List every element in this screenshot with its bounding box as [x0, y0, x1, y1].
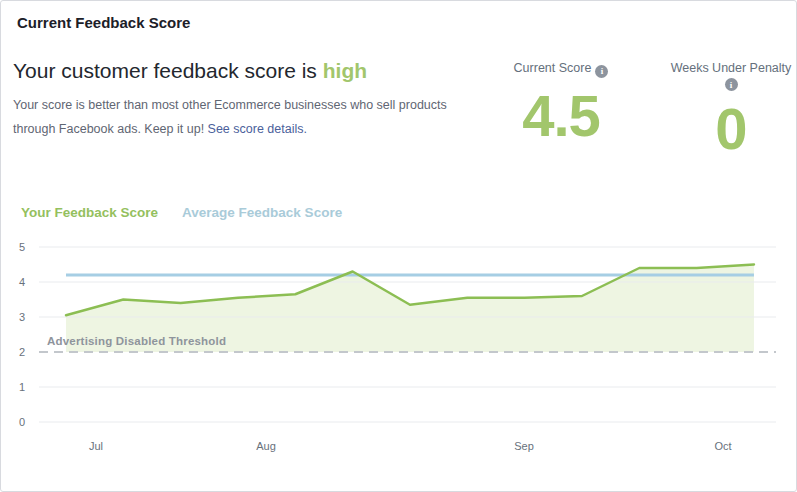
chart-legend: Your Feedback Score Average Feedback Sco… — [21, 205, 342, 220]
card-title: Current Feedback Score — [17, 14, 190, 31]
svg-text:0: 0 — [19, 416, 25, 428]
stat-weeks-under-penalty-label-row: Weeks Under Penalty i — [651, 61, 797, 91]
stat-current-score-label: Current Score — [514, 61, 592, 75]
svg-text:Sep: Sep — [514, 440, 534, 452]
svg-text:Aug: Aug — [256, 440, 276, 452]
legend-average-feedback-score: Average Feedback Score — [182, 205, 342, 220]
svg-text:4: 4 — [19, 276, 25, 288]
legend-your-feedback-score: Your Feedback Score — [21, 205, 158, 220]
stat-weeks-under-penalty-label: Weeks Under Penalty — [671, 61, 792, 75]
headline: Your customer feedback score is high — [13, 59, 367, 83]
stat-current-score-value: 4.5 — [471, 87, 651, 145]
svg-text:Advertising Disabled Threshold: Advertising Disabled Threshold — [47, 335, 226, 347]
svg-text:Oct: Oct — [714, 440, 731, 452]
svg-text:1: 1 — [19, 381, 25, 393]
stats: Current Scorei 4.5 Weeks Under Penalty i… — [471, 61, 797, 158]
stat-weeks-under-penalty: Weeks Under Penalty i 0 — [651, 61, 797, 158]
headline-text: Your customer feedback score is — [13, 59, 323, 82]
see-score-details-link[interactable]: See score details. — [208, 122, 307, 136]
info-icon[interactable]: i — [595, 65, 608, 78]
feedback-chart-svg: 012345Advertising Disabled ThresholdJulA… — [1, 233, 797, 471]
description: Your score is better than most other Eco… — [13, 93, 463, 141]
stat-current-score: Current Scorei 4.5 — [471, 61, 651, 158]
info-icon[interactable]: i — [725, 78, 738, 91]
stat-weeks-under-penalty-value: 0 — [651, 100, 797, 158]
svg-text:2: 2 — [19, 346, 25, 358]
svg-text:Jul: Jul — [89, 440, 103, 452]
feedback-chart: 012345Advertising Disabled ThresholdJulA… — [1, 233, 797, 471]
headline-status: high — [323, 59, 367, 82]
svg-text:3: 3 — [19, 311, 25, 323]
svg-text:5: 5 — [19, 241, 25, 253]
stat-current-score-label-row: Current Scorei — [471, 61, 651, 78]
feedback-score-card: Current Feedback Score Your customer fee… — [0, 0, 797, 492]
